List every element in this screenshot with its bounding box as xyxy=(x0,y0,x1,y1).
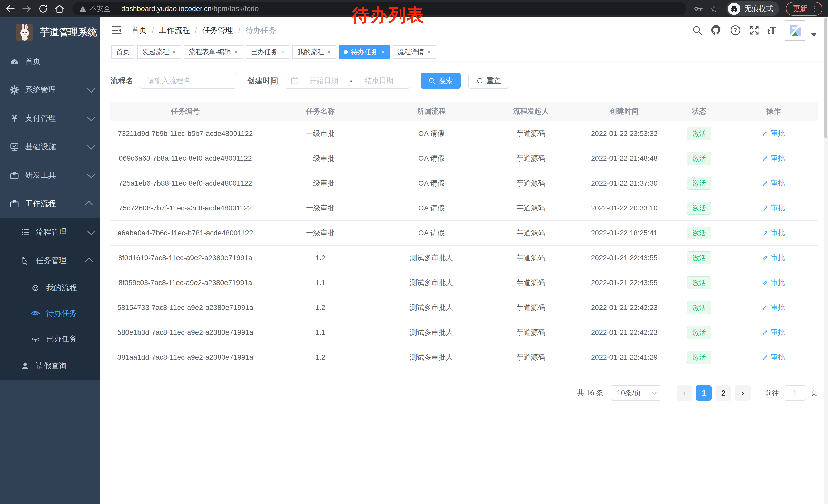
tab-6[interactable]: 流程详情× xyxy=(393,45,436,59)
sidebar-item-tool[interactable]: 研发工具 xyxy=(0,161,100,189)
chevron-down-icon xyxy=(652,390,657,395)
task-table: 任务编号 任务名称 所属流程 流程发起人 创建时间 状态 操作 73211d9d… xyxy=(110,101,818,370)
help-icon[interactable]: ? xyxy=(730,25,741,36)
breadcrumb-bpm[interactable]: 工作流程 xyxy=(159,25,190,36)
key-icon[interactable] xyxy=(694,4,703,13)
browser-reload-icon[interactable] xyxy=(37,3,49,15)
browser-update-button[interactable]: 更新 ⋮ xyxy=(786,2,822,16)
end-date-input[interactable]: 结束日期 xyxy=(354,76,404,86)
tab-close-icon[interactable]: × xyxy=(427,48,431,56)
cell-id: 58154733-7ac8-11ec-a9e2-a2380e71991a xyxy=(110,295,260,320)
sidebar-item-pay[interactable]: ¥ 支付管理 xyxy=(0,104,100,133)
sidebar-item-infra[interactable]: 基础设施 xyxy=(0,133,100,161)
sidebar-item-task[interactable]: 任务管理 xyxy=(0,246,100,275)
tab-2[interactable]: 流程表单-编辑× xyxy=(184,45,243,59)
sidebar-item-system[interactable]: 系统管理 xyxy=(0,76,100,104)
tab-close-icon[interactable]: × xyxy=(327,48,331,56)
sidebar-item-model[interactable]: 流程管理 xyxy=(0,218,100,246)
tab-label: 我的流程 xyxy=(297,47,324,56)
tab-5[interactable]: 待办任务× xyxy=(339,45,389,59)
next-page-button[interactable]: › xyxy=(735,385,750,401)
cell-process: OA 请假 xyxy=(381,146,483,171)
monitor-icon xyxy=(9,142,20,152)
status-badge: 激活 xyxy=(687,227,711,239)
page-size-select[interactable]: 10条/页 xyxy=(611,385,661,401)
sidebar-item-bpm[interactable]: 工作流程 xyxy=(0,189,100,218)
start-date-input[interactable]: 开始日期 xyxy=(299,76,348,86)
tab-3[interactable]: 已办任务× xyxy=(246,45,289,59)
approve-link[interactable]: 审批 xyxy=(762,228,785,238)
goto-page-input[interactable]: 1 xyxy=(784,385,806,401)
font-size-icon[interactable]: tT xyxy=(768,25,776,36)
tab-close-icon[interactable]: × xyxy=(172,48,176,56)
tab-close-icon[interactable]: × xyxy=(381,48,384,56)
approve-label: 审批 xyxy=(771,178,785,188)
sidebar-item-leave[interactable]: 请假查询 xyxy=(0,352,100,380)
approve-link[interactable]: 审批 xyxy=(762,129,785,138)
search-icon[interactable] xyxy=(692,25,703,36)
status-badge: 激活 xyxy=(687,251,711,264)
tab-0[interactable]: 首页 xyxy=(111,45,134,59)
chevron-down-icon xyxy=(87,142,95,150)
approve-link[interactable]: 审批 xyxy=(762,253,785,263)
goto-label: 前往 xyxy=(765,388,779,398)
cell-created: 2022-01-22 23:53:32 xyxy=(579,121,669,146)
browser-forward-icon[interactable] xyxy=(20,3,33,15)
approve-label: 审批 xyxy=(771,352,785,362)
avatar[interactable] xyxy=(785,20,805,41)
github-icon[interactable] xyxy=(710,25,722,36)
cell-status: 激活 xyxy=(669,196,729,221)
bookmark-star-icon[interactable]: ☆ xyxy=(710,4,718,14)
approve-link[interactable]: 审批 xyxy=(762,203,785,213)
status-badge: 激活 xyxy=(687,301,711,314)
sidebar-logo[interactable]: 芋道管理系统 xyxy=(0,17,100,47)
process-name-input[interactable]: 请输入流程名 xyxy=(140,73,237,89)
browser-scrollbar[interactable] xyxy=(824,17,828,504)
svg-text:?: ? xyxy=(734,27,737,33)
cell-status: 激活 xyxy=(669,146,729,171)
page-button-2[interactable]: 2 xyxy=(716,385,731,401)
cell-starter: 芋道源码 xyxy=(483,270,579,295)
goto-suffix: 页 xyxy=(811,388,818,398)
sidebar-toggle-icon[interactable] xyxy=(111,25,122,36)
tab-close-icon[interactable]: × xyxy=(234,48,238,56)
approve-link[interactable]: 审批 xyxy=(762,178,785,188)
sidebar-item-home[interactable]: 首页 xyxy=(0,47,100,76)
tab-label: 待办任务 xyxy=(351,47,378,56)
cell-name: 1.1 xyxy=(260,320,381,345)
avatar-caret-icon[interactable] xyxy=(811,33,817,37)
url-divider xyxy=(116,5,116,12)
cell-name: 1.1 xyxy=(260,270,381,295)
sidebar-item-done-task[interactable]: 已办任务 xyxy=(0,326,100,352)
breadcrumb-task[interactable]: 任务管理 xyxy=(202,25,233,36)
breadcrumb-home[interactable]: 首页 xyxy=(131,25,147,36)
toolbox-icon xyxy=(9,171,20,180)
approve-label: 审批 xyxy=(771,327,785,337)
sidebar-item-todo-task[interactable]: 待办任务 xyxy=(0,301,100,326)
cell-process: OA 请假 xyxy=(381,221,483,245)
search-button[interactable]: 搜索 xyxy=(421,73,461,89)
date-range-picker[interactable]: 开始日期 - 结束日期 xyxy=(285,73,410,89)
page-button-1[interactable]: 1 xyxy=(696,385,711,401)
reset-button[interactable]: 重置 xyxy=(468,73,509,89)
approve-link[interactable]: 审批 xyxy=(762,303,785,312)
process-name-label: 流程名 xyxy=(110,76,133,86)
cell-status: 激活 xyxy=(669,171,729,196)
scrollbar-thumb[interactable] xyxy=(824,18,827,138)
sidebar-item-my-process[interactable]: 我的流程 xyxy=(0,275,100,301)
tab-close-icon[interactable]: × xyxy=(281,48,285,56)
incognito-icon xyxy=(728,3,740,15)
tab-1[interactable]: 发起流程× xyxy=(137,45,181,59)
tab-4[interactable]: 我的流程× xyxy=(292,45,336,59)
fullscreen-icon[interactable] xyxy=(749,25,760,36)
approve-link[interactable]: 审批 xyxy=(762,327,785,337)
approve-link[interactable]: 审批 xyxy=(762,352,785,362)
approve-link[interactable]: 审批 xyxy=(762,153,785,163)
browser-back-icon[interactable] xyxy=(4,3,16,15)
approve-link[interactable]: 审批 xyxy=(762,278,785,287)
browser-home-icon[interactable] xyxy=(53,3,66,15)
browser-menu-icon[interactable]: ⋮ xyxy=(811,4,819,13)
cell-status: 激活 xyxy=(669,295,729,320)
cell-status: 激活 xyxy=(669,121,729,146)
prev-page-button[interactable]: ‹ xyxy=(677,385,692,401)
